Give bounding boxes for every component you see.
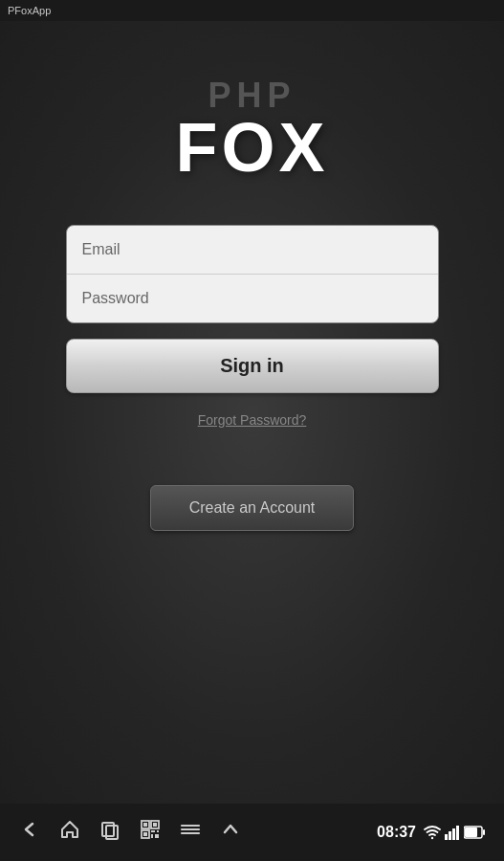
home-icon[interactable] <box>59 819 80 846</box>
battery-icon <box>464 826 485 839</box>
svg-rect-21 <box>456 826 459 840</box>
app-title: PFoxApp <box>8 5 51 16</box>
create-account-button[interactable]: Create an Account <box>150 485 355 531</box>
recents-icon[interactable] <box>99 819 121 846</box>
nav-left <box>19 819 241 846</box>
logo-fox-row: FOX <box>175 113 328 182</box>
menu-icon[interactable] <box>180 819 201 846</box>
svg-rect-18 <box>445 834 448 840</box>
signal-icons <box>424 825 485 840</box>
svg-rect-11 <box>157 830 159 832</box>
logo-fox-text: FOX <box>175 113 328 182</box>
svg-rect-20 <box>452 828 455 840</box>
nav-bar: 08:37 <box>0 804 504 861</box>
svg-rect-23 <box>465 828 477 837</box>
status-bar: PFoxApp <box>0 0 504 21</box>
svg-rect-24 <box>483 829 485 835</box>
logo-container: PHP FOX <box>175 78 328 182</box>
time-display: 08:37 <box>377 824 416 841</box>
svg-rect-7 <box>153 823 157 827</box>
signal-bars-icon <box>445 825 460 840</box>
input-group <box>66 225 439 323</box>
svg-rect-19 <box>449 831 451 840</box>
svg-rect-10 <box>151 830 155 832</box>
forgot-password-link[interactable]: Forgot Password? <box>198 412 307 428</box>
qr-icon[interactable] <box>140 819 161 846</box>
svg-rect-5 <box>143 823 147 827</box>
nav-right: 08:37 <box>377 824 485 841</box>
logo-php-text: PHP <box>208 78 296 113</box>
email-input[interactable] <box>67 226 438 275</box>
svg-rect-9 <box>143 832 147 836</box>
main-content: PHP FOX Sign in Forgot Passw <box>0 21 504 804</box>
up-arrow-icon[interactable] <box>220 819 241 846</box>
signin-button[interactable]: Sign in <box>66 339 439 393</box>
password-input[interactable] <box>67 275 438 322</box>
wifi-icon <box>424 825 441 840</box>
svg-rect-12 <box>151 834 153 838</box>
back-icon[interactable] <box>19 819 40 846</box>
svg-point-17 <box>431 837 433 839</box>
svg-rect-13 <box>155 834 159 838</box>
form-container: Sign in Forgot Password? Create an Accou… <box>66 225 439 531</box>
